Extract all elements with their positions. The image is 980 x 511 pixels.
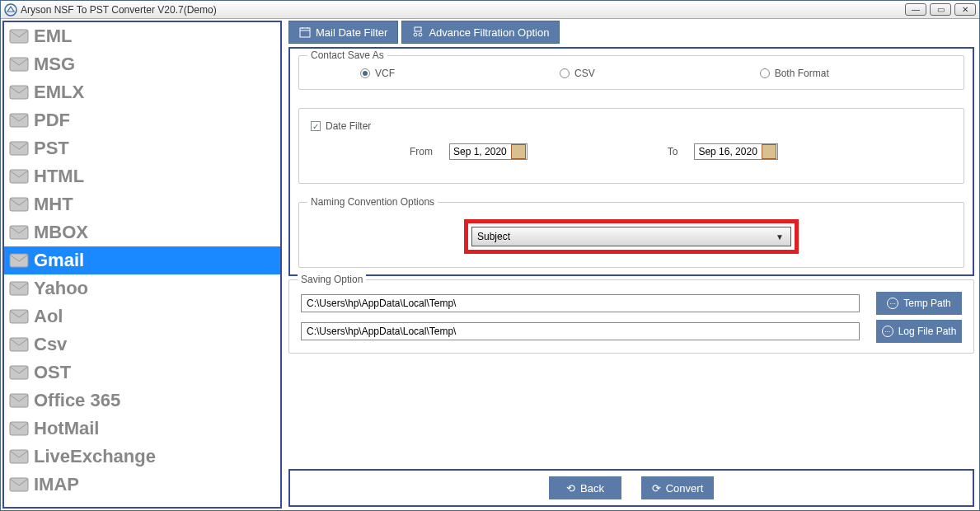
log-path-input[interactable] [301, 322, 860, 340]
pdf-icon [9, 111, 29, 129]
sidebar-item-gmail[interactable]: Gmail [4, 246, 280, 274]
maximize-button[interactable]: ▭ [930, 3, 951, 16]
sidebar-item-label: IMAP [34, 474, 79, 495]
app-icon [4, 3, 17, 16]
back-arrow-icon: ⟲ [566, 482, 575, 495]
window-title: Aryson NSF To PST Converter V20.7(Demo) [21, 4, 217, 16]
sidebar-item-mht[interactable]: MHT [4, 190, 280, 218]
date-filter-checkbox[interactable]: ✓ Date Filter [311, 120, 952, 132]
to-label: To [668, 146, 678, 157]
sidebar-item-imap[interactable]: IMAP [4, 471, 280, 499]
main-panel: Contact Save As VCF CSV Both Format [288, 47, 974, 276]
sidebar-item-yahoo[interactable]: Yahoo [4, 274, 280, 302]
tab-mail-date-filter[interactable]: Mail Date Filter [288, 21, 398, 44]
button-label: Temp Path [903, 298, 950, 309]
liveexchange-icon [9, 448, 29, 466]
from-date-field[interactable]: Sep 1, 2020 [449, 143, 528, 160]
sidebar-item-hotmail[interactable]: HotMail [4, 415, 280, 443]
svg-rect-10 [10, 282, 28, 295]
naming-convention-group: Naming Convention Options Subject [298, 202, 964, 268]
temp-path-button[interactable]: ··· Temp Path [876, 292, 962, 315]
checkbox-label: Date Filter [326, 120, 371, 132]
svg-rect-16 [10, 450, 28, 463]
button-label: Convert [666, 482, 704, 495]
html-icon [9, 167, 29, 185]
sidebar-item-label: HTML [34, 166, 84, 187]
calendar-picker-icon[interactable] [511, 144, 526, 159]
log-file-path-button[interactable]: ··· Log File Path [876, 320, 962, 343]
svg-point-23 [414, 33, 417, 36]
sidebar-item-eml[interactable]: EML [4, 22, 280, 50]
sidebar-item-label: MHT [34, 194, 73, 215]
hotmail-icon [9, 420, 29, 438]
calendar-picker-icon[interactable] [762, 144, 776, 159]
svg-rect-8 [10, 226, 28, 239]
naming-convention-dropdown[interactable]: Subject [471, 227, 791, 246]
svg-rect-11 [10, 310, 28, 323]
minimize-button[interactable]: — [905, 3, 926, 16]
close-button[interactable]: ✕ [954, 3, 976, 16]
sidebar-item-html[interactable]: HTML [4, 162, 280, 190]
svg-rect-9 [10, 254, 28, 267]
radio-vcf[interactable]: VCF [360, 68, 395, 79]
svg-rect-13 [10, 366, 28, 379]
svg-rect-6 [10, 170, 28, 183]
ellipsis-icon: ··· [882, 326, 893, 337]
sidebar-item-label: EMLX [34, 82, 84, 103]
svg-rect-17 [10, 478, 28, 491]
csv-icon [9, 335, 29, 354]
sidebar-item-pdf[interactable]: PDF [4, 106, 280, 134]
calendar-icon [299, 26, 311, 38]
office365-icon [9, 391, 29, 410]
tab-advance-filtration[interactable]: Advance Filtration Option [401, 21, 560, 44]
svg-rect-14 [10, 394, 28, 407]
sidebar-item-label: Office 365 [34, 390, 120, 411]
contact-save-group: Contact Save As VCF CSV Both Format [298, 55, 964, 90]
convert-icon: ⟳ [652, 482, 661, 495]
footer-bar: ⟲ Back ⟳ Convert [288, 469, 974, 507]
radio-both-format[interactable]: Both Format [760, 68, 829, 79]
sidebar-item-label: LiveExchange [34, 446, 156, 467]
back-button[interactable]: ⟲ Back [549, 476, 621, 499]
sidebar-item-csv[interactable]: Csv [4, 331, 280, 359]
from-label: From [410, 146, 433, 157]
temp-path-input[interactable] [301, 294, 860, 312]
sidebar-item-liveexchange[interactable]: LiveExchange [4, 443, 280, 471]
group-title: Contact Save As [307, 49, 387, 61]
format-sidebar: EMLMSGEMLXPDFPSTHTMLMHTMBOXGmailYahooAol… [2, 21, 282, 509]
mht-icon [9, 195, 29, 213]
gmail-icon [9, 251, 29, 270]
eml-icon [9, 27, 29, 45]
svg-rect-22 [415, 27, 421, 31]
yahoo-icon [9, 279, 29, 298]
dropdown-value: Subject [477, 231, 510, 242]
svg-rect-15 [10, 422, 28, 435]
sidebar-item-emlx[interactable]: EMLX [4, 78, 280, 106]
imap-icon [9, 476, 29, 494]
sidebar-item-pst[interactable]: PST [4, 134, 280, 162]
sidebar-item-label: HotMail [34, 418, 99, 439]
sidebar-item-label: PDF [34, 110, 70, 131]
sidebar-item-mbox[interactable]: MBOX [4, 218, 280, 246]
svg-rect-2 [10, 58, 28, 71]
group-title: Naming Convention Options [307, 196, 438, 208]
mbox-icon [9, 223, 29, 241]
sidebar-item-aol[interactable]: Aol [4, 302, 280, 331]
sidebar-item-msg[interactable]: MSG [4, 50, 280, 78]
sidebar-item-label: PST [34, 138, 69, 159]
radio-label: Both Format [775, 68, 829, 79]
sidebar-item-ost[interactable]: OST [4, 359, 280, 387]
svg-rect-3 [10, 86, 28, 99]
sidebar-item-office365[interactable]: Office 365 [4, 387, 280, 415]
convert-button[interactable]: ⟳ Convert [641, 476, 714, 499]
svg-rect-18 [300, 28, 310, 37]
aol-icon [9, 307, 29, 326]
svg-rect-1 [10, 30, 28, 43]
radio-csv[interactable]: CSV [560, 68, 595, 79]
sidebar-item-label: Gmail [34, 250, 84, 271]
from-date-value: Sep 1, 2020 [450, 146, 510, 157]
emlx-icon [9, 83, 29, 101]
to-date-field[interactable]: Sep 16, 2020 [694, 143, 777, 160]
pst-icon [9, 139, 29, 157]
tab-label: Advance Filtration Option [429, 26, 549, 39]
